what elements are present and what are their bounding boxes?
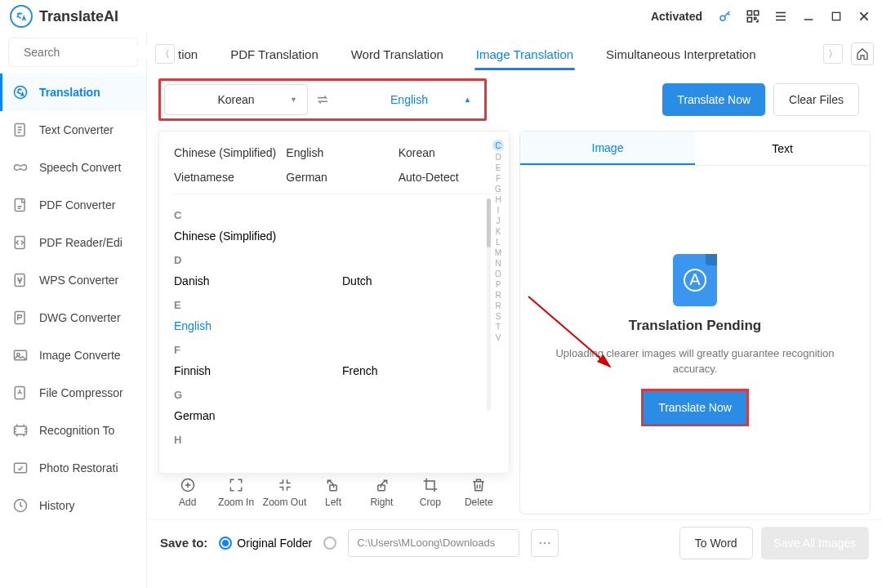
svg-point-0 — [720, 16, 725, 20]
target-language-button[interactable]: English ▲ — [337, 84, 481, 115]
lang-recent-item[interactable]: Vietnamese — [174, 167, 278, 187]
lang-recent-item[interactable]: Korean — [399, 143, 502, 163]
alpha-index[interactable]: CDEFGHIJKLMNOPRRSTV — [492, 140, 504, 342]
lang-section-head: H — [174, 434, 502, 446]
lang-recent-item[interactable]: German — [286, 167, 390, 187]
app-logo-icon — [10, 5, 33, 28]
tabs-scroll-right[interactable]: 〉 — [823, 44, 843, 64]
alpha-letter[interactable]: G — [493, 185, 503, 194]
home-icon[interactable] — [851, 42, 874, 65]
alpha-letter[interactable]: D — [493, 153, 502, 162]
tool-zoom-in[interactable]: Zoom In — [214, 476, 258, 508]
tool-add[interactable]: Add — [166, 476, 210, 508]
lang-section-head: E — [174, 299, 502, 311]
alpha-letter[interactable]: F — [494, 174, 502, 183]
lang-item[interactable]: Finnish — [174, 361, 334, 381]
alpha-letter[interactable]: R — [493, 291, 502, 300]
alpha-letter[interactable]: M — [493, 248, 503, 257]
tabs-bar: 〈 tionPDF TranslationWord TranslationIma… — [147, 33, 882, 75]
tab-image-translation[interactable]: Image Translation — [460, 33, 590, 75]
dropdown-scrollbar[interactable] — [487, 198, 491, 411]
tool-icon — [276, 476, 294, 494]
annotation-arrow — [520, 288, 626, 394]
sidebar-item-text-converter[interactable]: Text Converter — [0, 111, 146, 149]
language-pair-highlight: Korean ▼ English ▲ — [158, 78, 487, 121]
search-box[interactable] — [8, 38, 138, 67]
tool-crop[interactable]: Crop — [408, 476, 452, 508]
alpha-letter[interactable]: H — [493, 195, 502, 204]
right-tab-image[interactable]: Image — [520, 131, 695, 165]
sidebar-item-file-compressor[interactable]: File Compressor — [0, 374, 146, 412]
lang-item[interactable]: Dutch — [342, 271, 502, 291]
radio-original-folder[interactable]: Original Folder — [219, 537, 312, 550]
maximize-icon[interactable] — [828, 8, 844, 24]
tool-zoom-out[interactable]: Zoom Out — [263, 476, 307, 508]
tool-icon — [324, 476, 342, 494]
qr-icon[interactable] — [745, 8, 761, 24]
search-input[interactable] — [24, 46, 167, 59]
alpha-letter[interactable]: K — [494, 227, 503, 236]
tool-icon — [470, 476, 488, 494]
tool-left[interactable]: Left — [311, 476, 355, 508]
lang-item[interactable]: Danish — [174, 271, 334, 291]
tool-delete[interactable]: Delete — [457, 476, 501, 508]
sidebar-item-speech-convert[interactable]: Speech Convert — [0, 149, 146, 186]
nav-icon — [11, 83, 29, 101]
lang-item[interactable]: German — [174, 406, 334, 425]
alpha-letter[interactable]: R — [493, 301, 502, 310]
sidebar-item-photo-restorati[interactable]: Photo Restorati — [0, 449, 146, 487]
alpha-letter[interactable]: S — [494, 312, 503, 321]
svg-rect-15 — [15, 426, 27, 434]
lang-recent-item[interactable]: English — [286, 143, 390, 163]
sidebar-item-pdf-converter[interactable]: PDF Converter — [0, 186, 146, 224]
browse-path-button[interactable]: ⋯ — [531, 529, 559, 557]
sidebar-item-translation[interactable]: Translation — [0, 74, 146, 111]
alpha-letter[interactable]: P — [494, 280, 503, 289]
lang-item[interactable]: English — [174, 316, 334, 336]
alpha-letter[interactable]: C — [492, 140, 504, 151]
tabs-scroll-left[interactable]: 〈 — [155, 44, 175, 64]
alpha-letter[interactable]: V — [494, 333, 503, 342]
to-word-button[interactable]: To Word — [679, 527, 753, 559]
close-icon[interactable] — [856, 8, 872, 24]
translate-now-button[interactable]: Translate Now — [662, 83, 765, 116]
svg-point-6 — [15, 87, 27, 99]
sidebar-item-dwg-converter[interactable]: DWG Converter — [0, 299, 146, 336]
alpha-letter[interactable]: E — [494, 163, 503, 172]
sidebar-item-pdf-reader-edi[interactable]: PDF Reader/Edi — [0, 224, 146, 261]
tool-right[interactable]: Right — [359, 476, 403, 508]
save-all-images-button[interactable]: Save All Images — [761, 527, 869, 559]
minimize-icon[interactable] — [800, 8, 817, 24]
tab-word-translation[interactable]: Word Translation — [335, 33, 460, 75]
svg-rect-8 — [15, 199, 24, 212]
sidebar-item-wps-converter[interactable]: WPS Converter — [0, 261, 146, 299]
pending-subtitle: Uploading clearer images will greatly gu… — [537, 345, 853, 377]
alpha-letter[interactable]: J — [495, 216, 502, 225]
alpha-letter[interactable]: L — [494, 238, 502, 247]
lang-item[interactable]: Chinese (Simplified) — [174, 226, 334, 246]
nav-icon — [11, 309, 29, 327]
tab-pdf-translation[interactable]: PDF Translation — [214, 33, 335, 75]
clear-files-button[interactable]: Clear Files — [773, 83, 859, 116]
nav-icon — [11, 271, 29, 289]
alpha-letter[interactable]: N — [493, 259, 502, 268]
radio-custom-path[interactable] — [323, 537, 336, 550]
save-path-field[interactable]: C:\Users\MLoong\Downloads — [348, 529, 519, 557]
sidebar-item-recognition-to[interactable]: Recognition To — [0, 412, 146, 449]
sidebar-item-image-converte[interactable]: Image Converte — [0, 336, 146, 374]
lang-recent-item[interactable]: Auto-Detect — [399, 167, 502, 187]
translate-now-panel-button[interactable]: Translate Now — [644, 391, 746, 424]
right-tab-text[interactable]: Text — [695, 131, 870, 165]
sidebar-item-history[interactable]: History — [0, 487, 146, 524]
menu-icon[interactable] — [773, 8, 789, 24]
swap-languages-button[interactable] — [308, 85, 337, 114]
lang-item[interactable]: French — [342, 361, 502, 381]
lang-recent-item[interactable]: Chinese (Simplified) — [174, 143, 278, 163]
tab-partial[interactable]: tion — [175, 33, 214, 75]
alpha-letter[interactable]: O — [493, 270, 503, 278]
tab-simultaneous-interpretation[interactable]: Simultaneous Interpretation — [590, 33, 772, 75]
alpha-letter[interactable]: T — [494, 323, 502, 332]
alpha-letter[interactable]: I — [496, 206, 501, 215]
key-icon[interactable] — [717, 8, 733, 24]
source-language-button[interactable]: Korean ▼ — [164, 84, 308, 115]
